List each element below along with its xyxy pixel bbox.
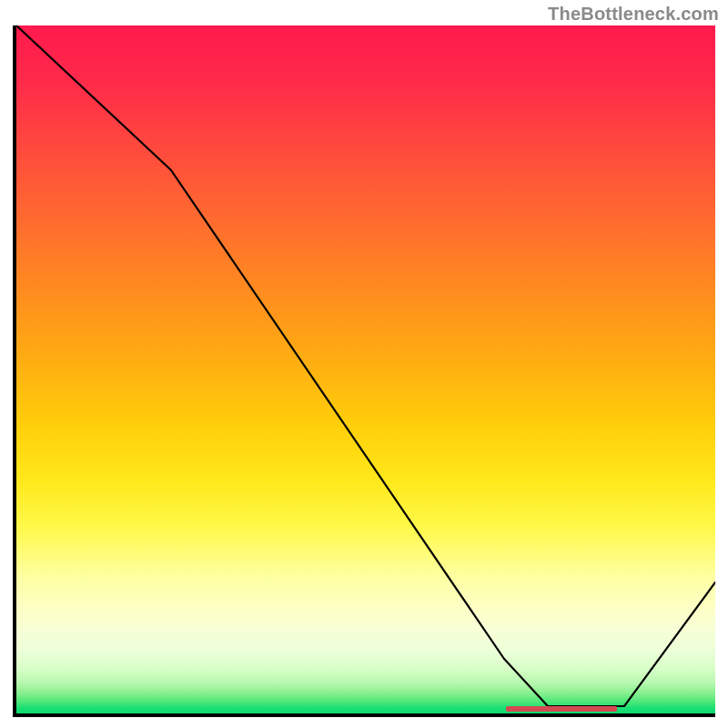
attribution-label: TheBottleneck.com <box>548 4 719 25</box>
line-curve <box>16 25 715 713</box>
curve-path <box>16 25 715 706</box>
valley-marker <box>506 706 618 712</box>
plot-area <box>13 25 715 717</box>
chart-container: TheBottleneck.com <box>0 0 728 728</box>
